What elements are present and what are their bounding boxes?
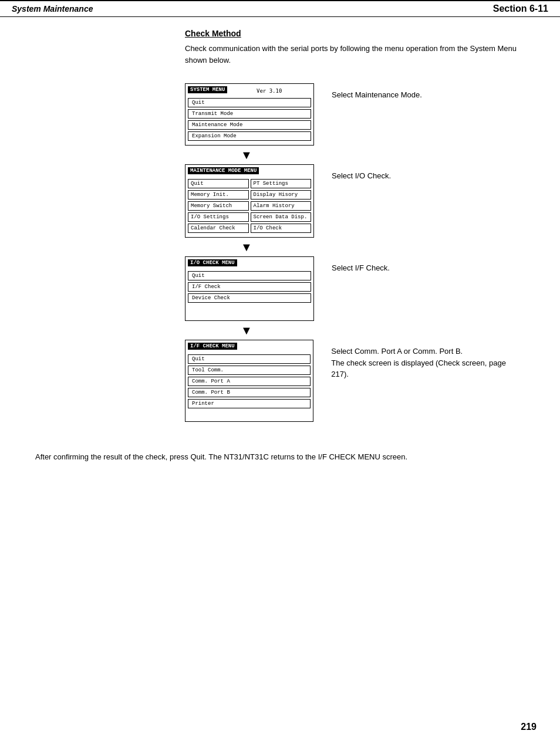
instruction-3: Select I/F Check. xyxy=(332,256,449,274)
mm-calendar-check-btn[interactable]: Calendar Check xyxy=(188,224,249,233)
system-menu-version: Ver 3.10 xyxy=(257,88,282,94)
tool-comm-btn[interactable]: Tool Comm. xyxy=(188,366,311,375)
system-menu-title: SYSTEM MENU xyxy=(188,86,227,93)
mm-pt-settings-btn[interactable]: PT Settings xyxy=(251,179,312,188)
instruction-4: Select Comm. Port A or Comm. Port B. The… xyxy=(331,340,525,380)
intro-text: Check communication with the serial port… xyxy=(185,43,525,66)
if-check-menu-title: I/F CHECK MENU xyxy=(188,343,237,350)
content-area: Check Method Check communication with th… xyxy=(0,17,560,487)
system-menu-title-row: SYSTEM MENU Ver 3.10 xyxy=(188,86,311,96)
comm-port-a-btn[interactable]: Comm. Port A xyxy=(188,377,311,386)
down-arrow-1: ▼ xyxy=(241,149,252,161)
maintenance-mode-menu-screen: MAINTENANCE MODE MENU Quit PT Settings M… xyxy=(185,164,314,238)
mm-row-2: Memory Init. Display Hisory xyxy=(188,190,311,199)
io-menu-title-wrap: I/O CHECK MENU xyxy=(188,259,311,269)
arrow-2: ▼ xyxy=(185,241,525,253)
arrow-3: ▼ xyxy=(185,324,525,336)
instruction-1: Select Maintenance Mode. xyxy=(332,83,449,101)
step-row-4: I/F CHECK MENU Quit Tool Comm. Comm. Por… xyxy=(185,340,525,422)
expansion-mode-btn[interactable]: Expansion Mode xyxy=(188,131,311,141)
down-arrow-2: ▼ xyxy=(241,241,252,253)
page-number: 219 xyxy=(521,722,537,732)
io-check-menu-screen: I/O CHECK MENU Quit I/F Check Device Che… xyxy=(185,256,314,321)
io-check-menu-title: I/O CHECK MENU xyxy=(188,259,237,266)
if-check-btn[interactable]: I/F Check xyxy=(188,282,311,292)
mm-io-settings-btn[interactable]: I/O Settings xyxy=(188,212,249,222)
down-arrow-3: ▼ xyxy=(241,324,252,336)
mm-alarm-history-btn[interactable]: Alarm History xyxy=(251,201,312,211)
quit-btn-1[interactable]: Quit xyxy=(188,98,311,107)
arrow-1: ▼ xyxy=(185,149,525,161)
diagram-area: SYSTEM MENU Ver 3.10 Quit Transmit Mode … xyxy=(185,83,525,422)
device-check-btn[interactable]: Device Check xyxy=(188,293,311,303)
mm-quit-btn[interactable]: Quit xyxy=(188,179,249,188)
step-row-3: I/O CHECK MENU Quit I/F Check Device Che… xyxy=(185,256,525,321)
mm-row-3: Memory Switch Alarm History xyxy=(188,201,311,211)
mm-memory-switch-btn[interactable]: Memory Switch xyxy=(188,201,249,211)
mm-memory-init-btn[interactable]: Memory Init. xyxy=(188,190,249,199)
mm-row-1: Quit PT Settings xyxy=(188,179,311,188)
transmit-mode-btn[interactable]: Transmit Mode xyxy=(188,109,311,119)
instruction-2: Select I/O Check. xyxy=(332,164,449,182)
maintenance-menu-title-wrap: MAINTENANCE MODE MENU xyxy=(188,167,311,177)
system-menu-screen: SYSTEM MENU Ver 3.10 Quit Transmit Mode … xyxy=(185,83,314,146)
comm-port-b-btn[interactable]: Comm. Port B xyxy=(188,388,311,397)
mm-display-history-btn[interactable]: Display Hisory xyxy=(251,190,312,199)
step-row-1: SYSTEM MENU Ver 3.10 Quit Transmit Mode … xyxy=(185,83,525,146)
check-method-heading: Check Method xyxy=(185,29,525,38)
if-check-menu-screen: I/F CHECK MENU Quit Tool Comm. Comm. Por… xyxy=(185,340,313,422)
printer-btn[interactable]: Printer xyxy=(188,399,311,408)
if-quit-btn[interactable]: Quit xyxy=(188,354,311,364)
header-left-title: System Maintenance xyxy=(12,4,93,13)
if-menu-title-wrap: I/F CHECK MENU xyxy=(188,343,311,352)
mm-row-5: Calendar Check I/O Check xyxy=(188,224,311,233)
step-row-2: MAINTENANCE MODE MENU Quit PT Settings M… xyxy=(185,164,525,238)
mm-io-check-btn[interactable]: I/O Check xyxy=(251,224,312,233)
header-right-section: Section 6-11 xyxy=(493,4,548,14)
bottom-text: After confirming the result of the check… xyxy=(35,451,525,464)
io-quit-btn[interactable]: Quit xyxy=(188,271,311,280)
maintenance-mode-btn[interactable]: Maintenance Mode xyxy=(188,120,311,130)
maintenance-menu-title: MAINTENANCE MODE MENU xyxy=(188,167,259,174)
mm-screen-data-btn[interactable]: Screen Data Disp. xyxy=(251,212,312,222)
page-header: System Maintenance Section 6-11 xyxy=(0,0,560,17)
mm-row-4: I/O Settings Screen Data Disp. xyxy=(188,212,311,222)
